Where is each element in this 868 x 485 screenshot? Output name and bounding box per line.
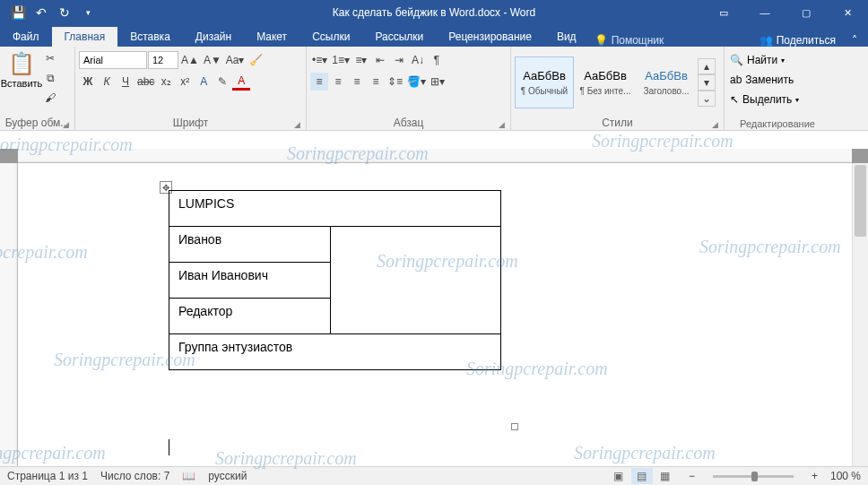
dialog-launcher-icon[interactable]: ◢ (294, 120, 300, 129)
shrink-font-button[interactable]: A▼ (202, 51, 223, 69)
cut-button[interactable]: ✂ (41, 49, 59, 67)
tab-file[interactable]: Файл (0, 27, 52, 47)
clipboard-icon: 📋 (8, 51, 35, 76)
dialog-launcher-icon[interactable]: ◢ (63, 120, 69, 129)
read-mode-button[interactable]: ▣ (608, 468, 629, 484)
horizontal-ruler[interactable] (18, 149, 852, 163)
multilevel-list-button[interactable]: ≡▾ (352, 51, 370, 69)
qat-dropdown[interactable]: ▾ (77, 2, 99, 23)
font-color-button[interactable]: A (232, 73, 250, 91)
group-label-font: Шрифт◢ (79, 116, 302, 130)
web-layout-button[interactable]: ▦ (655, 468, 676, 484)
justify-button[interactable]: ≡ (367, 73, 385, 91)
borders-button[interactable]: ⊞▾ (429, 73, 447, 91)
tab-layout[interactable]: Макет (244, 27, 299, 47)
title-bar: 💾 ↶ ↻ ▾ Как сделать бейджик в Word.docx … (0, 0, 868, 25)
italic-button[interactable]: К (98, 73, 116, 91)
bullets-button[interactable]: •≡▾ (310, 51, 329, 69)
change-case-button[interactable]: Aa▾ (224, 51, 247, 69)
align-left-button[interactable]: ≡ (310, 73, 328, 91)
decrease-indent-button[interactable]: ⇤ (371, 51, 389, 69)
find-button[interactable]: 🔍Найти▾ (728, 51, 827, 69)
maximize-button[interactable]: ▢ (786, 0, 827, 25)
style-heading1[interactable]: АаБбВв Заголово... (637, 56, 696, 108)
sort-button[interactable]: A↓ (409, 51, 427, 69)
table-cell[interactable] (331, 227, 501, 334)
text-effects-button[interactable]: A (195, 73, 213, 91)
tab-mailings[interactable]: Рассылки (362, 27, 436, 47)
vertical-ruler[interactable] (0, 163, 18, 466)
tab-review[interactable]: Рецензирование (436, 27, 544, 47)
table-cell[interactable]: Иванов (169, 227, 331, 263)
tab-insert[interactable]: Вставка (117, 27, 183, 47)
align-center-button[interactable]: ≡ (329, 73, 347, 91)
minimize-button[interactable]: — (744, 0, 786, 25)
proofing-icon[interactable]: 📖 (182, 470, 195, 482)
styles-gallery-scroll[interactable]: ▴ ▾ ⌄ (698, 58, 716, 107)
scrollbar-thumb[interactable] (855, 165, 866, 237)
print-layout-button[interactable]: ▤ (631, 468, 653, 484)
copy-button[interactable]: ⧉ (41, 69, 59, 87)
zoom-out-button[interactable]: − (689, 470, 695, 482)
document-page[interactable]: ✥ LUMPICS Иванов Иван Иванович Редактор … (18, 163, 852, 466)
clear-formatting-button[interactable]: 🧹 (247, 51, 265, 69)
collapse-ribbon-button[interactable]: ˄ (852, 34, 857, 47)
paste-button[interactable]: 📋 Вставить (4, 49, 39, 116)
tell-me-box[interactable]: 💡Помощник (595, 34, 664, 47)
bold-button[interactable]: Ж (79, 73, 97, 91)
tab-home[interactable]: Главная (52, 27, 118, 47)
lightbulb-icon: 💡 (595, 34, 608, 47)
table-cell[interactable]: Иван Иванович (169, 263, 331, 299)
page-indicator[interactable]: Страница 1 из 1 (7, 470, 88, 482)
vertical-scrollbar[interactable] (852, 163, 868, 466)
share-icon: 👥 (760, 34, 773, 47)
zoom-in-button[interactable]: + (812, 470, 818, 482)
underline-button[interactable]: Ч (117, 73, 135, 91)
tab-view[interactable]: Вид (544, 27, 589, 47)
style-no-spacing[interactable]: АаБбВв ¶ Без инте... (576, 56, 635, 108)
grow-font-button[interactable]: A▲ (179, 51, 201, 69)
close-button[interactable]: ✕ (827, 0, 868, 25)
dialog-launcher-icon[interactable]: ◢ (499, 120, 505, 129)
undo-button[interactable]: ↶ (30, 2, 52, 23)
styles-more-icon[interactable]: ⌄ (698, 91, 716, 107)
select-button[interactable]: ↖Выделить▾ (728, 91, 827, 108)
strikethrough-button[interactable]: abc (135, 73, 156, 91)
subscript-button[interactable]: x₂ (157, 73, 175, 91)
show-marks-button[interactable]: ¶ (428, 51, 446, 69)
font-size-combo[interactable]: 12 (148, 51, 178, 69)
shading-button[interactable]: 🪣▾ (405, 73, 428, 91)
word-count[interactable]: Число слов: 7 (100, 470, 169, 482)
ribbon-options-button[interactable]: ▭ (703, 0, 744, 25)
dialog-launcher-icon[interactable]: ◢ (712, 120, 718, 129)
table-cell[interactable]: LUMPICS (169, 191, 501, 227)
font-name-combo[interactable]: Arial (79, 51, 147, 69)
language-indicator[interactable]: русский (208, 470, 247, 482)
highlight-button[interactable]: ✎ (213, 73, 231, 91)
zoom-knob[interactable] (751, 472, 758, 481)
table-resize-handle[interactable] (511, 423, 518, 430)
tab-references[interactable]: Ссылки (299, 27, 362, 47)
scroll-up-icon[interactable]: ▴ (698, 58, 716, 74)
tab-design[interactable]: Дизайн (183, 27, 244, 47)
align-right-button[interactable]: ≡ (348, 73, 366, 91)
replace-icon: ab (730, 74, 742, 86)
ribbon-tabs: Файл Главная Вставка Дизайн Макет Ссылки… (0, 25, 868, 47)
scroll-down-icon[interactable]: ▾ (698, 74, 716, 91)
share-button[interactable]: 👥Поделиться (760, 34, 836, 47)
numbering-button[interactable]: 1≡▾ (330, 51, 352, 69)
increase-indent-button[interactable]: ⇥ (390, 51, 408, 69)
save-button[interactable]: 💾 (7, 2, 29, 23)
format-painter-button[interactable]: 🖌 (41, 89, 59, 107)
badge-table[interactable]: LUMPICS Иванов Иван Иванович Редактор Гр… (169, 190, 501, 370)
style-normal[interactable]: АаБбВв ¶ Обычный (515, 56, 574, 108)
zoom-slider[interactable] (713, 475, 794, 478)
table-cell[interactable]: Группа энтузиастов (169, 334, 501, 370)
superscript-button[interactable]: x² (176, 73, 194, 91)
replace-button[interactable]: abЗаменить (728, 71, 827, 89)
table-cell[interactable]: Редактор (169, 299, 331, 334)
line-spacing-button[interactable]: ⇕≡ (386, 73, 404, 91)
group-label-editing: Редактирование (728, 117, 827, 130)
redo-button[interactable]: ↻ (54, 2, 75, 23)
zoom-level[interactable]: 100 % (830, 470, 861, 482)
